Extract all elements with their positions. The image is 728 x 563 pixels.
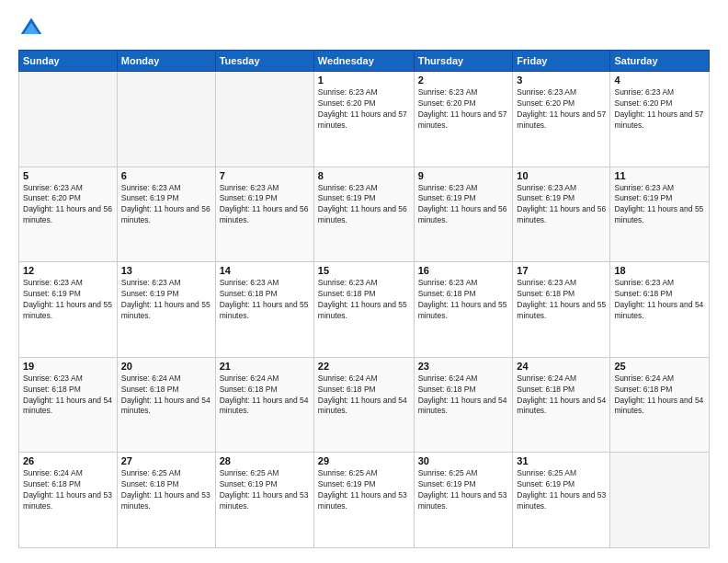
day-info: Sunrise: 6:23 AMSunset: 6:20 PMDaylight:… [318,87,410,132]
week-row-3: 12Sunrise: 6:23 AMSunset: 6:19 PMDayligh… [19,262,710,358]
day-cell: 5Sunrise: 6:23 AMSunset: 6:20 PMDaylight… [19,167,118,262]
day-cell: 6Sunrise: 6:23 AMSunset: 6:19 PMDaylight… [117,167,215,262]
week-row-2: 5Sunrise: 6:23 AMSunset: 6:20 PMDaylight… [19,167,710,262]
day-number: 7 [220,170,310,181]
day-number: 17 [517,265,606,276]
day-number: 13 [121,265,211,276]
weekday-header-friday: Friday [513,51,610,72]
day-info: Sunrise: 6:24 AMSunset: 6:18 PMDaylight:… [517,373,606,418]
day-cell: 21Sunrise: 6:24 AMSunset: 6:18 PMDayligh… [215,357,313,453]
day-cell [117,72,215,167]
day-number: 21 [220,361,310,372]
day-cell: 29Sunrise: 6:25 AMSunset: 6:19 PMDayligh… [313,453,414,548]
day-info: Sunrise: 6:24 AMSunset: 6:18 PMDaylight:… [23,468,113,512]
day-cell: 17Sunrise: 6:23 AMSunset: 6:18 PMDayligh… [513,262,610,358]
day-number: 14 [220,265,310,276]
day-info: Sunrise: 6:23 AMSunset: 6:20 PMDaylight:… [23,183,113,227]
day-number: 12 [23,265,113,276]
day-info: Sunrise: 6:23 AMSunset: 6:19 PMDaylight:… [418,183,509,227]
weekday-header-sunday: Sunday [19,51,118,72]
logo-icon [18,15,44,40]
day-cell: 14Sunrise: 6:23 AMSunset: 6:18 PMDayligh… [215,262,313,358]
week-row-5: 26Sunrise: 6:24 AMSunset: 6:18 PMDayligh… [19,453,710,548]
weekday-header-saturday: Saturday [610,51,710,72]
day-cell: 28Sunrise: 6:25 AMSunset: 6:19 PMDayligh… [215,453,313,548]
day-number: 23 [418,361,509,372]
day-cell: 20Sunrise: 6:24 AMSunset: 6:18 PMDayligh… [117,357,215,453]
day-cell: 16Sunrise: 6:23 AMSunset: 6:18 PMDayligh… [414,262,513,358]
day-number: 28 [220,455,310,466]
day-number: 6 [121,170,211,181]
day-number: 4 [614,75,705,86]
day-info: Sunrise: 6:23 AMSunset: 6:19 PMDaylight:… [121,183,211,227]
day-number: 24 [517,361,606,372]
day-info: Sunrise: 6:24 AMSunset: 6:18 PMDaylight:… [121,373,211,418]
day-info: Sunrise: 6:25 AMSunset: 6:18 PMDaylight:… [121,468,211,512]
day-cell: 31Sunrise: 6:25 AMSunset: 6:19 PMDayligh… [513,453,610,548]
day-cell: 2Sunrise: 6:23 AMSunset: 6:20 PMDaylight… [414,72,513,167]
day-cell: 19Sunrise: 6:23 AMSunset: 6:18 PMDayligh… [19,357,118,453]
day-cell: 15Sunrise: 6:23 AMSunset: 6:18 PMDayligh… [313,262,414,358]
page: SundayMondayTuesdayWednesdayThursdayFrid… [0,0,728,563]
day-cell: 7Sunrise: 6:23 AMSunset: 6:19 PMDaylight… [215,167,313,262]
day-info: Sunrise: 6:23 AMSunset: 6:18 PMDaylight:… [614,278,705,322]
day-cell: 30Sunrise: 6:25 AMSunset: 6:19 PMDayligh… [414,453,513,548]
weekday-header-wednesday: Wednesday [313,51,414,72]
day-info: Sunrise: 6:23 AMSunset: 6:19 PMDaylight:… [23,278,113,322]
day-cell: 18Sunrise: 6:23 AMSunset: 6:18 PMDayligh… [610,262,710,358]
header [18,15,710,40]
day-number: 1 [318,75,410,86]
day-info: Sunrise: 6:23 AMSunset: 6:19 PMDaylight:… [517,183,606,227]
day-number: 30 [418,455,509,466]
logo [18,15,48,40]
day-number: 2 [418,75,509,86]
day-cell: 4Sunrise: 6:23 AMSunset: 6:20 PMDaylight… [610,72,710,167]
weekday-header-monday: Monday [117,51,215,72]
day-cell: 26Sunrise: 6:24 AMSunset: 6:18 PMDayligh… [19,453,118,548]
day-info: Sunrise: 6:23 AMSunset: 6:20 PMDaylight:… [517,87,606,132]
day-number: 8 [318,170,410,181]
day-cell: 25Sunrise: 6:24 AMSunset: 6:18 PMDayligh… [610,357,710,453]
day-number: 16 [418,265,509,276]
day-info: Sunrise: 6:23 AMSunset: 6:19 PMDaylight:… [614,183,705,227]
day-info: Sunrise: 6:23 AMSunset: 6:19 PMDaylight:… [318,183,410,227]
day-number: 9 [418,170,509,181]
day-number: 29 [318,455,410,466]
day-info: Sunrise: 6:24 AMSunset: 6:18 PMDaylight:… [614,373,705,418]
day-number: 15 [318,265,410,276]
weekday-header-tuesday: Tuesday [215,51,313,72]
day-cell: 13Sunrise: 6:23 AMSunset: 6:19 PMDayligh… [117,262,215,358]
day-info: Sunrise: 6:23 AMSunset: 6:19 PMDaylight:… [121,278,211,322]
day-cell [19,72,118,167]
day-number: 11 [614,170,705,181]
day-cell: 22Sunrise: 6:24 AMSunset: 6:18 PMDayligh… [313,357,414,453]
day-info: Sunrise: 6:25 AMSunset: 6:19 PMDaylight:… [220,468,310,512]
weekday-header-row: SundayMondayTuesdayWednesdayThursdayFrid… [19,51,710,72]
day-number: 22 [318,361,410,372]
day-cell: 23Sunrise: 6:24 AMSunset: 6:18 PMDayligh… [414,357,513,453]
day-info: Sunrise: 6:23 AMSunset: 6:20 PMDaylight:… [418,87,509,132]
day-info: Sunrise: 6:24 AMSunset: 6:18 PMDaylight:… [220,373,310,418]
day-number: 3 [517,75,606,86]
day-info: Sunrise: 6:24 AMSunset: 6:18 PMDaylight:… [318,373,410,418]
day-cell: 8Sunrise: 6:23 AMSunset: 6:19 PMDaylight… [313,167,414,262]
day-info: Sunrise: 6:23 AMSunset: 6:20 PMDaylight:… [614,87,705,132]
day-cell [215,72,313,167]
day-cell: 24Sunrise: 6:24 AMSunset: 6:18 PMDayligh… [513,357,610,453]
weekday-header-thursday: Thursday [414,51,513,72]
day-cell: 3Sunrise: 6:23 AMSunset: 6:20 PMDaylight… [513,72,610,167]
day-number: 31 [517,455,606,466]
day-number: 18 [614,265,705,276]
calendar-table: SundayMondayTuesdayWednesdayThursdayFrid… [18,50,710,548]
day-cell: 10Sunrise: 6:23 AMSunset: 6:19 PMDayligh… [513,167,610,262]
day-cell: 9Sunrise: 6:23 AMSunset: 6:19 PMDaylight… [414,167,513,262]
day-info: Sunrise: 6:23 AMSunset: 6:19 PMDaylight:… [220,183,310,227]
day-cell: 12Sunrise: 6:23 AMSunset: 6:19 PMDayligh… [19,262,118,358]
day-cell: 27Sunrise: 6:25 AMSunset: 6:18 PMDayligh… [117,453,215,548]
day-number: 10 [517,170,606,181]
day-number: 27 [121,455,211,466]
day-info: Sunrise: 6:25 AMSunset: 6:19 PMDaylight:… [418,468,509,512]
day-info: Sunrise: 6:24 AMSunset: 6:18 PMDaylight:… [418,373,509,418]
day-info: Sunrise: 6:23 AMSunset: 6:18 PMDaylight:… [517,278,606,322]
day-info: Sunrise: 6:23 AMSunset: 6:18 PMDaylight:… [23,373,113,418]
